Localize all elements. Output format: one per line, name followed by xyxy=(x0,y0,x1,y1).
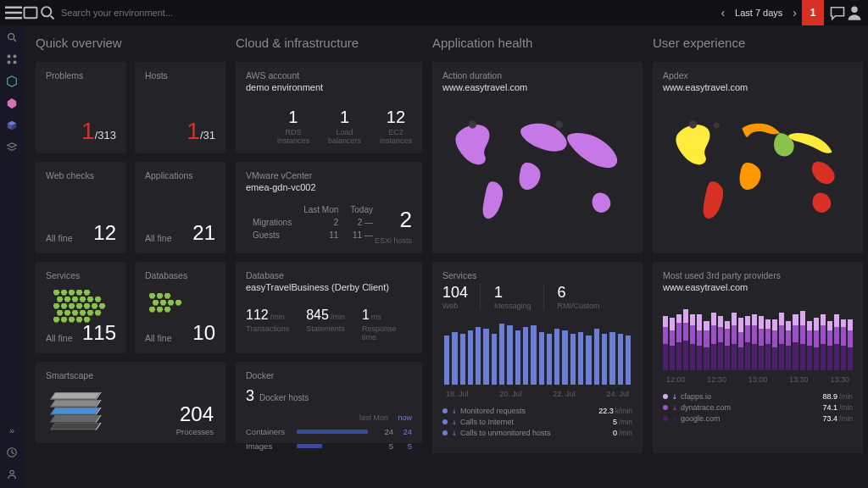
nav-layers-icon[interactable] xyxy=(5,141,19,154)
user-icon[interactable] xyxy=(846,4,863,21)
hosts-numer: 1 xyxy=(186,118,200,144)
tile-services-title: Services xyxy=(46,270,116,280)
svc-x3: 24. Jul xyxy=(606,390,629,398)
aws-lb-n: 1 xyxy=(328,108,361,127)
tile-vmware[interactable]: VMware vCenter emea-gdn-vc002 Last MonTo… xyxy=(236,162,422,253)
nav-grid-icon[interactable] xyxy=(5,53,19,66)
svg-rect-9 xyxy=(8,55,11,58)
vm-guest-arrow: — xyxy=(364,230,373,240)
tile-databases[interactable]: Databases All fine 10 xyxy=(135,262,225,353)
nav-expand-icon[interactable]: » xyxy=(5,424,19,437)
hex-cluster-icon xyxy=(148,292,182,313)
nav-cube-icon[interactable] xyxy=(5,75,19,88)
smartscape-value: 204 xyxy=(180,402,214,426)
vmware-title: VMware vCenter xyxy=(246,170,412,180)
col-overview: Quick overview Problems 1/313 Hosts 1/31… xyxy=(36,36,225,478)
svg-rect-1 xyxy=(5,12,22,14)
tile-apdex[interactable]: Apdex www.easytravel.com xyxy=(653,62,863,253)
tile-hosts[interactable]: Hosts 1/31 xyxy=(135,62,225,153)
svc-web-l: Web xyxy=(442,302,468,310)
providers-title: Most used 3rd party providers xyxy=(663,270,853,280)
time-range-label[interactable]: Last 7 days xyxy=(730,8,787,18)
providers-stacked-chart xyxy=(663,309,853,370)
databases-status: All fine xyxy=(145,333,172,343)
nav-search-icon[interactable] xyxy=(5,30,19,44)
vm-mig-arrow: — xyxy=(364,218,373,227)
tile-database[interactable]: Database easyTravelBusiness (Derby Clien… xyxy=(236,262,422,353)
vmware-big-label: ESXi hosts xyxy=(375,236,412,245)
docker-col-lastmon: last Mon xyxy=(351,413,388,422)
vmware-big: 2 xyxy=(400,207,412,233)
nav-clock-icon[interactable] xyxy=(5,446,19,459)
tile-aws[interactable]: AWS account demo environment 1RDSinstanc… xyxy=(236,62,422,153)
svc-lg-title: Services xyxy=(442,270,632,280)
tile-smartscape[interactable]: Smartscape 204 Processes xyxy=(36,362,225,443)
db-st-u: /min xyxy=(331,313,345,321)
docker-img-now: 5 xyxy=(393,441,412,451)
db-title: Database xyxy=(246,270,412,280)
search-icon[interactable] xyxy=(39,4,56,21)
hosts-denom: /31 xyxy=(200,129,215,141)
svg-line-8 xyxy=(14,39,16,42)
db-tx-n: 112 xyxy=(246,308,269,322)
menu-icon[interactable] xyxy=(5,4,22,21)
svg-rect-2 xyxy=(5,17,22,19)
tile-providers[interactable]: Most used 3rd party providers www.easytr… xyxy=(653,262,863,453)
db-rt-l: Response time xyxy=(362,324,412,341)
svg-rect-0 xyxy=(5,7,22,9)
col-health: Application health Action duration www.e… xyxy=(432,36,643,478)
chat-icon[interactable] xyxy=(829,4,846,21)
aws-rds-l2: instances xyxy=(277,136,309,145)
svg-point-15 xyxy=(10,470,14,474)
applications-status: All fine xyxy=(145,233,172,243)
nav-person-icon[interactable] xyxy=(5,468,19,481)
tile-applications[interactable]: Applications All fine 21 xyxy=(135,162,225,253)
vm-row-mig: Migrations xyxy=(248,217,297,228)
tile-webchecks-title: Web checks xyxy=(46,170,116,180)
aws-ec2-l1: EC2 xyxy=(388,128,403,136)
prov-x3: 13:30 xyxy=(789,375,809,384)
world-map-apdex xyxy=(663,97,853,241)
vm-col-today: Today xyxy=(345,204,378,215)
nav-hex-icon[interactable] xyxy=(5,97,19,110)
db-rt-n: 1 xyxy=(362,308,370,322)
problems-numer: 1 xyxy=(81,118,95,144)
tile-problems[interactable]: Problems 1/313 xyxy=(36,62,126,153)
search-input[interactable] xyxy=(61,8,315,18)
services-legend: ⫰Monitored requests22.3k/min⫰Calls to In… xyxy=(442,407,632,437)
prov-x4: 13:30 xyxy=(830,375,849,384)
svc-x2: 22. Jul xyxy=(553,390,576,398)
applications-value: 21 xyxy=(192,221,215,245)
aws-title: AWS account xyxy=(246,70,412,80)
dashboard-grid: Quick overview Problems 1/313 Hosts 1/31… xyxy=(24,25,868,488)
webchecks-status: All fine xyxy=(46,233,73,243)
alert-badge[interactable]: 1 xyxy=(802,0,824,25)
svc-x1: 20. Jul xyxy=(499,390,522,398)
db-sub: easyTravelBusiness (Derby Client) xyxy=(246,282,412,292)
nav-box-icon[interactable] xyxy=(5,119,19,132)
webchecks-value: 12 xyxy=(93,221,116,245)
docker-img-last: 5 xyxy=(375,441,393,451)
tile-action-duration[interactable]: Action duration www.easytravel.com xyxy=(432,62,643,253)
tile-services-small[interactable]: Services All fine 115 xyxy=(36,262,126,353)
vmware-sub: emea-gdn-vc002 xyxy=(246,182,412,192)
svg-point-6 xyxy=(851,7,858,14)
svc-msg-n: 1 xyxy=(494,284,531,302)
aws-sub: demo environment xyxy=(246,82,412,92)
svc-rmi-l: RMI/Custom xyxy=(558,302,600,310)
col-ux: User experience Apdex www.easytravel.com xyxy=(653,36,863,478)
tile-docker[interactable]: Docker 3Docker hosts last Monnow Contain… xyxy=(236,362,422,443)
tile-services-large[interactable]: Services 104Web 1Messaging 6RMI/Custom 1… xyxy=(432,262,643,453)
action-sub: www.easytravel.com xyxy=(442,82,632,92)
vm-row-guest: Guests xyxy=(248,230,297,241)
svg-point-4 xyxy=(42,7,51,16)
vm-col-lastmon: Last Mon xyxy=(298,204,343,215)
tile-webchecks[interactable]: Web checks All fine 12 xyxy=(36,162,126,253)
docker-row-img: Images xyxy=(246,441,297,451)
time-next-icon[interactable]: › xyxy=(787,6,802,19)
time-prev-icon[interactable]: ‹ xyxy=(715,6,730,19)
problems-denom: /313 xyxy=(95,129,116,141)
db-st-n: 845 xyxy=(306,308,329,322)
svg-rect-11 xyxy=(8,61,11,64)
logo-icon[interactable] xyxy=(22,4,39,21)
